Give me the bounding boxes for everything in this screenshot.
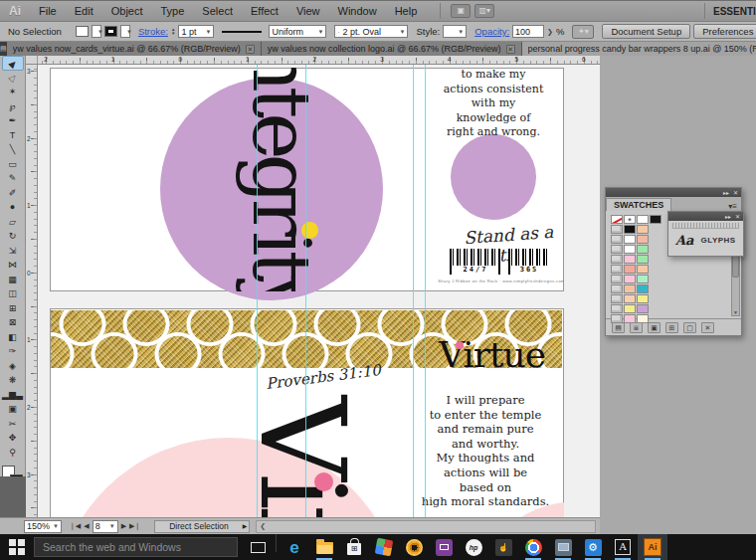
prev-artboard-icon[interactable]: ◀ — [84, 522, 89, 530]
menu-object[interactable]: Object — [102, 1, 152, 21]
line-segment-tool[interactable]: ╲ — [2, 142, 24, 157]
pattern-swatch[interactable] — [611, 304, 623, 313]
color-swatch[interactable] — [624, 314, 636, 323]
eyedropper-tool[interactable]: ✑ — [2, 344, 24, 359]
swatch-none[interactable] — [611, 215, 623, 224]
webcam-app-icon[interactable] — [399, 534, 429, 560]
horizontal-scrollbar[interactable]: ❮ — [256, 520, 596, 533]
color-swatch[interactable] — [637, 304, 649, 313]
zoom-level-combo[interactable]: 150%▼ — [24, 520, 62, 533]
next-artboard-icon[interactable]: ▶ — [121, 522, 126, 530]
color-swatch[interactable] — [624, 235, 636, 244]
symbol-sprayer-tool[interactable]: ❋ — [2, 373, 24, 388]
mesh-tool[interactable]: ⊠ — [2, 315, 24, 330]
chrome-icon[interactable] — [518, 534, 548, 560]
bridge-icon[interactable]: ▣ — [451, 4, 471, 18]
arrange-documents-icon[interactable]: ▥▾ — [474, 4, 494, 18]
opacity-label[interactable]: Opacity: — [474, 26, 509, 37]
status-tool-indicator[interactable]: Direct Selection▶ — [154, 520, 250, 533]
color-swatch[interactable] — [624, 275, 636, 283]
blob-brush-tool[interactable]: ● — [2, 200, 24, 215]
color-swatch[interactable] — [637, 284, 649, 293]
menu-select[interactable]: Select — [193, 1, 242, 21]
column-graph-tool[interactable]: ▂▆▃ — [2, 388, 24, 403]
touch-app-icon[interactable]: ☝ — [488, 534, 518, 560]
color-swatch[interactable] — [624, 284, 636, 293]
hand-tool[interactable]: ✥ — [2, 431, 24, 446]
paintbrush-tool[interactable]: ✎ — [2, 171, 24, 186]
pattern-swatch[interactable] — [611, 225, 623, 234]
pencil-tool[interactable]: ✐ — [2, 186, 24, 201]
color-swatch[interactable] — [637, 255, 649, 264]
type-tool[interactable]: T — [2, 128, 24, 143]
document-tab[interactable]: personal progress candy bar wrappers 8 u… — [522, 42, 756, 56]
color-swatch[interactable] — [637, 235, 649, 244]
menu-file[interactable]: File — [30, 1, 66, 21]
document-tab[interactable]: yw values now_cards_virtue.ai @ 66.67% (… — [7, 42, 262, 56]
horizontal-ruler[interactable]: 21012345678 — [38, 56, 600, 65]
glyphs-expand-icon[interactable]: ▸▸ — [725, 214, 731, 220]
menu-type[interactable]: Type — [152, 1, 194, 21]
color-swatch[interactable] — [637, 225, 649, 234]
color-swatch[interactable] — [624, 294, 636, 303]
pen-tool[interactable]: ✒ — [2, 113, 24, 128]
gradient-tool[interactable]: ◧ — [2, 330, 24, 345]
opacity-input[interactable]: 100 — [512, 25, 544, 38]
pattern-swatch[interactable] — [611, 314, 623, 323]
panel-close-icon[interactable]: ✕ — [733, 190, 738, 196]
swatch-black[interactable] — [650, 215, 662, 224]
artboard-number-combo[interactable]: 8▼ — [93, 520, 118, 533]
color-swatch[interactable] — [637, 265, 649, 274]
font-app-icon[interactable]: A — [608, 534, 638, 560]
task-view-icon[interactable] — [243, 534, 273, 560]
variable-width-combo[interactable]: Uniform▼ — [269, 25, 326, 38]
tab-close-icon[interactable]: ✕ — [246, 45, 255, 54]
menu-help[interactable]: Help — [386, 1, 427, 21]
ruler-origin-corner[interactable] — [26, 56, 38, 65]
guide-line[interactable] — [425, 65, 426, 517]
free-transform-tool[interactable]: ▦ — [2, 273, 24, 287]
slice-tool[interactable]: ✂ — [2, 417, 24, 432]
photos-app-icon[interactable] — [548, 534, 578, 560]
pattern-swatch[interactable] — [611, 245, 623, 254]
delete-swatch-icon[interactable]: ✕ — [701, 322, 714, 333]
pattern-swatch[interactable] — [611, 235, 623, 244]
fill-color-chip[interactable] — [76, 26, 89, 37]
pattern-swatch[interactable] — [611, 284, 623, 293]
rectangle-tool[interactable]: ▭ — [2, 157, 24, 172]
stroke-color-chip[interactable] — [104, 26, 117, 37]
artboard-tool[interactable]: ▣ — [2, 402, 24, 417]
tab-overflow-button[interactable]: ▤ — [0, 42, 7, 56]
store-icon[interactable]: ⊞ — [339, 534, 369, 560]
start-button[interactable] — [9, 539, 27, 555]
glyphs-collapsed-body[interactable]: Aa GLYPHS — [668, 229, 743, 252]
menu-window[interactable]: Window — [329, 1, 386, 21]
collage-app-icon[interactable] — [369, 534, 399, 560]
new-color-group-icon[interactable]: ⊞ — [665, 322, 678, 333]
selection-tool[interactable]: ▶ — [2, 56, 24, 71]
color-swatch[interactable] — [637, 314, 649, 323]
color-swatch[interactable] — [624, 255, 636, 264]
color-swatch[interactable] — [624, 225, 636, 234]
color-swatch[interactable] — [624, 265, 636, 274]
shape-builder-tool[interactable]: ◫ — [2, 286, 24, 301]
style-combo[interactable]: ▼ — [443, 25, 467, 38]
document-tab[interactable]: yw values now collection logo.ai @ 66.67… — [262, 42, 522, 56]
tab-close-icon[interactable]: ✕ — [506, 45, 515, 54]
pattern-swatch[interactable] — [611, 275, 623, 283]
scroll-down-icon[interactable]: ▼ — [733, 309, 738, 315]
rotate-tool[interactable]: ↻ — [2, 229, 24, 244]
settings-icon[interactable]: ⚙ — [578, 534, 608, 560]
preferences-button[interactable]: Preferences — [693, 24, 756, 39]
color-swatch[interactable] — [637, 275, 649, 283]
vertical-ruler[interactable]: 3210123 — [26, 65, 38, 517]
width-tool[interactable]: ⋈ — [2, 258, 24, 273]
fill-dropdown[interactable]: ▼ — [92, 25, 101, 38]
menu-edit[interactable]: Edit — [66, 1, 102, 21]
brush-combo[interactable]: ·2 pt. Oval▼ — [334, 25, 408, 38]
edge-icon[interactable]: e — [280, 534, 309, 560]
scroll-left-icon[interactable]: ❮ — [257, 522, 269, 530]
stroke-weight-label[interactable]: Stroke: — [138, 26, 168, 37]
color-swatch[interactable] — [624, 304, 636, 313]
magic-wand-tool[interactable]: ✶ — [2, 85, 24, 99]
